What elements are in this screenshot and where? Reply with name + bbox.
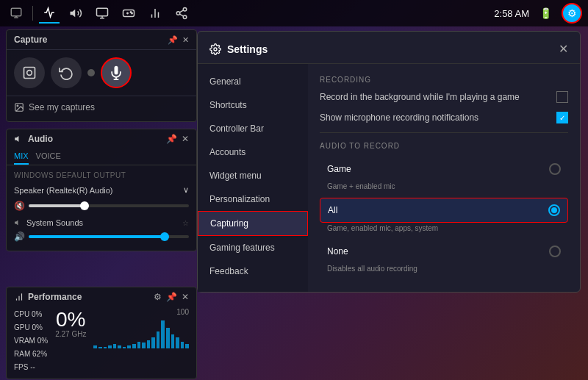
mute-slider-row: 🔇: [7, 198, 196, 214]
audio-option-none-row[interactable]: None: [320, 240, 568, 263]
social-tab-icon[interactable]: [171, 3, 192, 24]
mic-button[interactable]: [101, 57, 132, 88]
chart-bar: [104, 347, 107, 348]
record-background-checkbox[interactable]: [556, 91, 568, 103]
radio-game[interactable]: [549, 163, 561, 175]
modal-body: General Shortcuts Controller Bar Account…: [198, 64, 580, 292]
nav-general[interactable]: General: [198, 70, 308, 93]
audio-pin-icon[interactable]: 📌: [166, 134, 177, 144]
tab-voice[interactable]: VOICE: [36, 148, 61, 165]
audio-section-label: AUDIO TO RECORD: [320, 142, 568, 150]
perf-pin-icon[interactable]: 📌: [166, 292, 177, 302]
chart-bar: [113, 344, 117, 348]
settings-nav: General Shortcuts Controller Bar Account…: [198, 64, 308, 292]
tab-mix[interactable]: MIX: [14, 148, 29, 165]
svg-rect-19: [24, 68, 35, 79]
radio-all[interactable]: [548, 204, 560, 216]
output-label: WINDOWS DEFAULT OUTPUT: [7, 168, 196, 182]
capture-tab-icon[interactable]: [6, 3, 26, 24]
game-tab-icon[interactable]: [118, 3, 139, 24]
svg-line-18: [179, 10, 183, 12]
audio-option-all-row[interactable]: All: [320, 198, 568, 223]
mic-notifications-label: Show microphone recording notifications: [320, 112, 556, 123]
nav-accounts[interactable]: Accounts: [198, 140, 308, 164]
settings-gear-button[interactable]: ⚙: [562, 3, 582, 24]
audio-tab-icon[interactable]: [65, 3, 86, 24]
vram-label: VRAM: [14, 337, 35, 345]
radio-all-inner: [551, 207, 557, 213]
display-tab-icon[interactable]: [92, 3, 112, 24]
perf-big-display: 0% 2.27 GHz: [55, 308, 86, 338]
audio-title: Audio: [14, 134, 53, 144]
chart-bar: [185, 344, 189, 348]
battery-icon: 🔋: [535, 3, 556, 24]
perf-settings-icon[interactable]: ⚙: [154, 292, 162, 302]
audio-option-game-row[interactable]: Game: [320, 157, 568, 181]
fps-tab-icon[interactable]: [39, 3, 60, 24]
device-name: Speaker (Realtek(R) Audio): [14, 186, 113, 195]
see-captures-label: See my captures: [29, 102, 95, 112]
chart-bar: [142, 343, 146, 348]
perf-header-icons: ⚙ 📌 ✕: [154, 292, 189, 302]
mute-icon[interactable]: 🔇: [14, 201, 24, 211]
capture-title: Capture: [14, 35, 47, 45]
volume-fill: [29, 204, 85, 207]
performance-panel: Performance ⚙ 📌 ✕ CPU 0% GPU 0% VRAM 0% …: [6, 287, 197, 379]
audio-panel: Audio 📌 ✕ MIX VOICE WINDOWS DEFAULT OUTP…: [6, 129, 197, 251]
chart-tab-icon[interactable]: [145, 3, 165, 24]
pin-icon[interactable]: 📌: [168, 35, 178, 45]
device-selector[interactable]: Speaker (Realtek(R) Audio) ∨: [7, 182, 196, 198]
ram-label: RAM: [14, 350, 30, 358]
mic-notifications-checkbox[interactable]: ✓: [556, 112, 568, 123]
recording-section-label: RECORDING: [320, 76, 568, 84]
chart-bar: [171, 334, 175, 348]
volume-thumb: [80, 201, 89, 210]
capture-panel: Capture 📌 ✕ See my captures: [6, 29, 197, 122]
replay-button[interactable]: [51, 57, 82, 88]
perf-big-number: 0%: [56, 309, 85, 330]
star-icon[interactable]: ☆: [182, 219, 189, 227]
chart-bar: [123, 347, 126, 348]
screenshot-button[interactable]: [14, 57, 45, 88]
svg-rect-0: [11, 8, 21, 16]
record-background-row: Record in the background while I'm playi…: [320, 91, 568, 103]
volume-slider[interactable]: [29, 204, 189, 207]
chart-bar: [137, 342, 141, 349]
svg-point-24: [17, 105, 18, 107]
section-divider: [320, 132, 568, 133]
nav-widget-menu[interactable]: Widget menu: [198, 164, 308, 187]
perf-max: 100: [93, 308, 189, 316]
nav-personalization[interactable]: Personalization: [198, 187, 308, 211]
perf-stats: CPU 0% GPU 0% VRAM 0% RAM 62% FPS --: [14, 308, 48, 374]
svg-rect-3: [97, 8, 108, 16]
nav-controller-bar[interactable]: Controller Bar: [198, 117, 308, 140]
system-sounds-volume-icon[interactable]: 🔊: [14, 232, 24, 242]
nav-feedback[interactable]: Feedback: [198, 259, 308, 283]
svg-point-25: [214, 48, 217, 51]
nav-gaming-features[interactable]: Gaming features: [198, 236, 308, 259]
perf-close-icon[interactable]: ✕: [182, 292, 189, 302]
perf-chart-container: 100: [93, 308, 189, 348]
chart-bar: [181, 342, 184, 349]
device-chevron-icon: ∨: [183, 185, 189, 195]
nav-shortcuts[interactable]: Shortcuts: [198, 93, 308, 117]
perf-bar-chart: [93, 319, 189, 348]
chart-bar: [127, 345, 131, 348]
system-sounds-item: System Sounds ☆: [7, 214, 196, 229]
svg-point-20: [27, 71, 32, 76]
perf-content: CPU 0% GPU 0% VRAM 0% RAM 62% FPS -- 0% …: [7, 306, 196, 376]
top-bar-left: [6, 3, 192, 24]
svg-point-15: [176, 12, 180, 15]
system-sounds-slider-row: 🔊: [7, 229, 196, 245]
modal-close-button[interactable]: ✕: [559, 42, 568, 56]
audio-option-all-sub: Game, enabled mic, apps, system: [320, 224, 568, 232]
audio-close-icon[interactable]: ✕: [182, 134, 189, 144]
audio-option-all: All Game, enabled mic, apps, system: [320, 198, 568, 232]
nav-capturing[interactable]: Capturing: [198, 211, 308, 236]
system-sounds-slider[interactable]: [29, 235, 189, 238]
close-capture-icon[interactable]: ✕: [182, 35, 189, 45]
record-background-label: Record in the background while I'm playi…: [320, 92, 556, 102]
divider-1: [32, 6, 33, 21]
radio-none[interactable]: [549, 245, 561, 257]
see-captures-link[interactable]: See my captures: [7, 96, 196, 118]
